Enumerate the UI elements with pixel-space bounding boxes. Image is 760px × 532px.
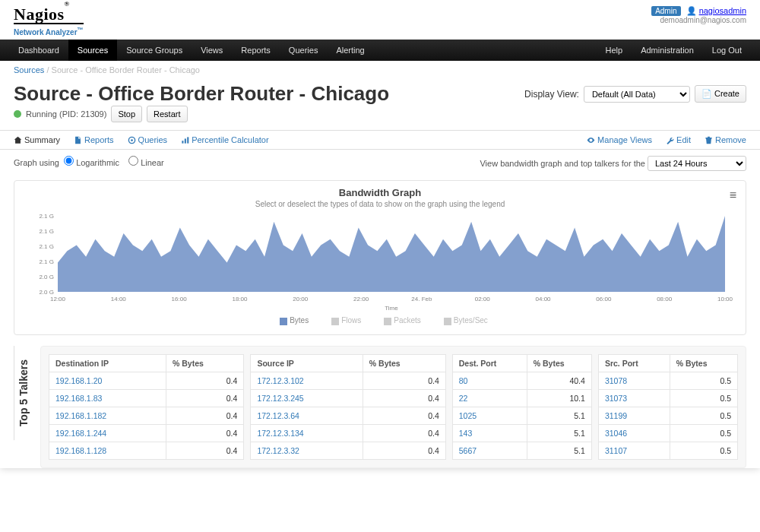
- restart-button[interactable]: Restart: [147, 106, 187, 122]
- talker-link[interactable]: 192.168.1.83: [55, 394, 102, 403]
- tab-reports[interactable]: Reports: [74, 135, 114, 144]
- tab-percentile-calculator[interactable]: Percentile Calculator: [181, 135, 269, 144]
- table-row: 1435.1: [452, 424, 591, 442]
- svg-point-1: [131, 139, 133, 141]
- talker-value: 0.5: [670, 389, 737, 407]
- talker-link[interactable]: 22: [459, 394, 468, 403]
- table-row: 310730.5: [598, 389, 737, 407]
- talker-link[interactable]: 31078: [605, 376, 627, 385]
- talker-link[interactable]: 172.12.3.245: [257, 394, 303, 403]
- nav-reports[interactable]: Reports: [232, 40, 280, 61]
- talker-link[interactable]: 192.168.1.244: [55, 429, 106, 438]
- talker-link[interactable]: 172.12.3.134: [257, 429, 303, 438]
- nav-views[interactable]: Views: [192, 40, 232, 61]
- svg-text:2.1 G: 2.1 G: [39, 228, 54, 235]
- svg-rect-2: [182, 141, 184, 143]
- talker-link[interactable]: 31046: [605, 429, 627, 438]
- talker-link[interactable]: 172.12.3.32: [257, 446, 299, 455]
- talker-value: 0.4: [166, 424, 243, 442]
- svg-text:16:00: 16:00: [172, 296, 188, 302]
- talker-link[interactable]: 192.168.1.128: [55, 446, 106, 455]
- legend-flows[interactable]: Flows: [324, 316, 361, 325]
- svg-text:10:00: 10:00: [717, 296, 733, 302]
- stop-button[interactable]: Stop: [111, 106, 142, 122]
- talker-link[interactable]: 143: [459, 429, 473, 438]
- nav-help[interactable]: Help: [597, 40, 632, 61]
- scale-log-radio[interactable]: Logarithmic: [64, 158, 119, 167]
- talker-value: 5.1: [527, 407, 591, 424]
- talker-value: 0.4: [363, 407, 445, 424]
- create-button[interactable]: 📄 Create: [695, 85, 746, 103]
- talker-link[interactable]: 31107: [605, 446, 627, 455]
- breadcrumb: Sources / Source - Office Border Router …: [0, 61, 760, 79]
- table-row: 172.12.3.1340.4: [251, 424, 445, 442]
- legend-bytes[interactable]: Bytes: [272, 316, 309, 325]
- breadcrumb-leaf: Source - Office Border Router - Chicago: [52, 65, 200, 74]
- col-header: Src. Port: [598, 354, 670, 372]
- col-header: % Bytes: [670, 354, 737, 372]
- talker-link[interactable]: 31073: [605, 394, 627, 403]
- nav-alerting[interactable]: Alerting: [327, 40, 373, 61]
- talker-link[interactable]: 80: [459, 376, 468, 385]
- talker-link[interactable]: 172.12.3.64: [257, 411, 299, 420]
- nav-source-groups[interactable]: Source Groups: [117, 40, 192, 61]
- table-row: 192.168.1.200.4: [49, 372, 244, 389]
- talker-value: 10.1: [527, 389, 591, 407]
- talker-link[interactable]: 172.12.3.102: [257, 376, 303, 385]
- table-row: 172.12.3.320.4: [251, 442, 445, 459]
- breadcrumb-root[interactable]: Sources: [14, 65, 44, 74]
- talker-link[interactable]: 192.168.1.20: [55, 376, 102, 385]
- table-row: 311070.5: [598, 442, 737, 459]
- user-email: demoadmin@nagios.com: [651, 16, 746, 24]
- talker-value: 0.4: [166, 389, 243, 407]
- talker-value: 0.5: [670, 407, 737, 424]
- table-row: 192.168.1.1820.4: [49, 407, 244, 424]
- talker-value: 5.1: [527, 442, 591, 459]
- bandwidth-chart-card: ≡ Bandwidth Graph Select or deselect the…: [14, 180, 746, 334]
- talker-value: 0.5: [670, 372, 737, 389]
- svg-text:18:00: 18:00: [232, 296, 248, 302]
- svg-text:2.1 G: 2.1 G: [39, 243, 54, 250]
- talker-link[interactable]: 1025: [459, 411, 477, 420]
- nav-dashboard[interactable]: Dashboard: [9, 40, 68, 61]
- svg-rect-3: [185, 138, 186, 143]
- table-row: 192.168.1.1280.4: [49, 442, 244, 459]
- graph-using-label: Graph using: [14, 158, 59, 167]
- legend-bytes-sec[interactable]: Bytes/Sec: [436, 316, 488, 325]
- table-row: 310460.5: [598, 424, 737, 442]
- talker-value: 0.4: [363, 389, 445, 407]
- svg-text:22:00: 22:00: [353, 296, 369, 302]
- talker-link[interactable]: 5667: [459, 446, 477, 455]
- col-header: % Bytes: [166, 354, 243, 372]
- svg-text:08:00: 08:00: [657, 296, 673, 302]
- nav-queries[interactable]: Queries: [280, 40, 328, 61]
- talkers-table-1: Source IP% Bytes172.12.3.1020.4172.12.3.…: [250, 354, 445, 460]
- table-row: 8040.4: [452, 372, 591, 389]
- action-manage-views[interactable]: Manage Views: [587, 135, 652, 144]
- tab-summary[interactable]: Summary: [14, 135, 60, 144]
- nav-log-out[interactable]: Log Out: [703, 40, 751, 61]
- talker-link[interactable]: 31199: [605, 411, 627, 420]
- user-block: Admin 👤 nagiosadmin demoadmin@nagios.com: [651, 6, 746, 24]
- svg-text:04:00: 04:00: [536, 296, 552, 302]
- svg-text:12:00: 12:00: [50, 296, 66, 302]
- table-row: 310780.5: [598, 372, 737, 389]
- talker-value: 0.4: [166, 442, 243, 459]
- tab-queries[interactable]: Queries: [128, 135, 168, 144]
- talker-link[interactable]: 192.168.1.182: [55, 411, 106, 420]
- action-edit[interactable]: Edit: [666, 135, 691, 144]
- display-view-select[interactable]: Default (All Data): [584, 86, 690, 103]
- time-range-select[interactable]: Last 24 Hours: [648, 156, 746, 171]
- talker-value: 0.5: [670, 442, 737, 459]
- nav-administration[interactable]: Administration: [632, 40, 703, 61]
- username-link[interactable]: nagiosadmin: [699, 6, 746, 15]
- col-header: % Bytes: [363, 354, 445, 372]
- col-header: Source IP: [251, 354, 363, 372]
- display-view-label: Display View:: [524, 89, 579, 100]
- svg-text:02:00: 02:00: [475, 296, 491, 302]
- legend-packets[interactable]: Packets: [376, 316, 421, 325]
- chart-menu-icon[interactable]: ≡: [730, 188, 736, 202]
- nav-sources[interactable]: Sources: [68, 40, 117, 61]
- action-remove[interactable]: Remove: [705, 135, 746, 144]
- scale-linear-radio[interactable]: Linear: [128, 158, 164, 167]
